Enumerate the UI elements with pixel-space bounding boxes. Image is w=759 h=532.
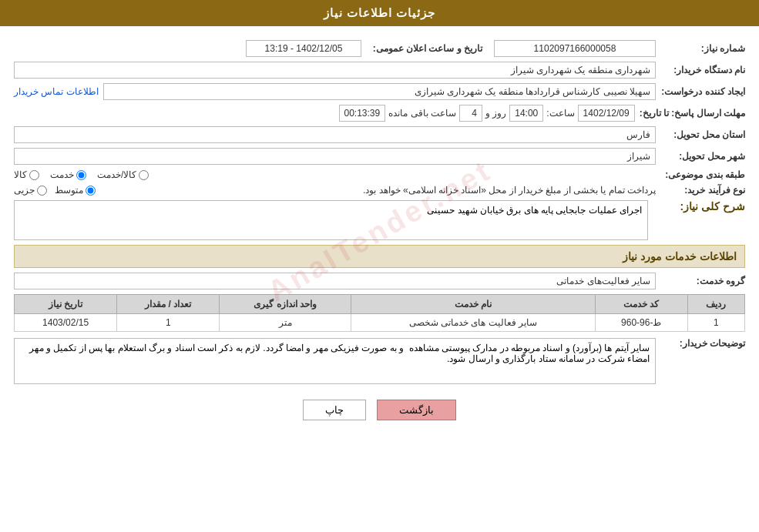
deadline-remaining-label: ساعت باقی مانده [388,108,456,119]
announce-datetime-label: تاریخ و ساعت اعلان عمومی: [366,43,489,54]
items-table: ردیف کد خدمت نام خدمت واحد اندازه گیری ت… [14,294,745,332]
col-code: کد خدمت [595,295,687,314]
table-row: 1ط-96-960سایر فعالیت های خدماتی شخصیمتر1… [15,314,745,332]
need-desc-section-title: شرح کلی نیاز: [653,200,745,212]
col-unit: واحد اندازه گیری [220,295,351,314]
table-cell: سایر فعالیت های خدماتی شخصی [351,314,595,332]
service-group-label: گروه خدمت: [660,276,745,286]
purchase-type-desc: پرداخت تمام یا بخشی از مبلغ خریدار از مح… [103,185,656,196]
table-cell: ط-96-960 [595,314,687,332]
bottom-buttons: بازگشت چاپ [14,389,745,428]
category-radio-kala[interactable] [29,170,39,180]
col-name: نام خدمت [351,295,595,314]
deadline-date-value: 1402/12/09 [578,105,635,122]
table-cell: متر [220,314,351,332]
city-label: شهر محل تحویل: [660,151,745,162]
deadline-time-label: ساعت: [546,108,574,119]
purchase-type-label-motavaset: متوسط [55,185,83,196]
deadline-days-label: روز و [485,108,506,119]
purchase-type-row: پرداخت تمام یا بخشی از مبلغ خریدار از مح… [14,185,656,196]
buyer-notes-textarea[interactable] [14,338,656,384]
purchase-type-label: نوع فرآیند خرید: [660,185,745,196]
deadline-remaining-value: 00:13:39 [339,105,386,122]
page-title: جزئیات اطلاعات نیاز [0,0,759,26]
need-desc-textarea[interactable] [14,200,648,240]
city-value: شیراز [14,148,656,165]
col-quantity: تعداد / مقدار [117,295,220,314]
purchase-type-option-jozi[interactable]: جزیی [14,185,47,196]
back-button[interactable]: بازگشت [377,400,456,420]
purchase-type-option-motavaset[interactable]: متوسط [55,185,96,196]
buyer-org-value: شهرداری منطقه یک شهرداری شیراز [14,62,656,79]
requester-value: سهیلا نصیبی کارشناس قراردادها منطقه یک ش… [103,83,656,100]
announce-datetime-value: 1402/12/05 - 13:19 [246,40,361,57]
deadline-label: مهلت ارسال پاسخ: تا تاریخ: [640,108,745,119]
contact-info-link[interactable]: اطلاعات تماس خریدار [14,86,99,97]
table-cell: 1 [117,314,220,332]
category-label-kala: کالا [14,169,27,180]
deadline-time-value: 14:00 [509,105,543,122]
buyer-org-label: نام دستگاه خریدار: [660,65,745,75]
category-label-kala-khedmat: کالا/خدمت [97,169,136,180]
requester-label: ایجاد کننده درخواست: [660,86,745,97]
service-group-value: سایر فعالیت‌های خدماتی [14,273,656,289]
purchase-type-radio-motavaset[interactable] [86,186,96,196]
need-number-label: شماره نیاز: [660,43,745,54]
category-option-kala-khedmat[interactable]: کالا/خدمت [97,169,149,180]
category-radio-kala-khedmat[interactable] [139,170,149,180]
category-radio-group: کالا/خدمت خدمت کالا [14,169,656,180]
province-label: استان محل تحویل: [660,129,745,140]
table-cell: 1 [687,314,744,332]
buyer-notes-label: توضیحات خریدار: [660,338,745,349]
purchase-type-label-jozi: جزیی [14,185,35,196]
category-option-khedmat[interactable]: خدمت [50,169,86,180]
col-date: تاریخ نیاز [15,295,117,314]
services-section-title: اطلاعات خدمات مورد نیاز [14,245,745,268]
need-number-value: 1102097166000058 [494,40,656,57]
print-button[interactable]: چاپ [303,400,366,420]
table-cell: 1403/02/15 [15,314,117,332]
province-value: فارس [14,126,656,143]
category-option-kala[interactable]: کالا [14,169,39,180]
category-label-khedmat: خدمت [50,169,74,180]
category-radio-khedmat[interactable] [76,170,86,180]
category-label: طبقه بندی موضوعی: [660,169,745,180]
col-rownum: ردیف [687,295,744,314]
deadline-days-value: 4 [459,105,482,122]
purchase-type-radio-jozi[interactable] [37,186,47,196]
